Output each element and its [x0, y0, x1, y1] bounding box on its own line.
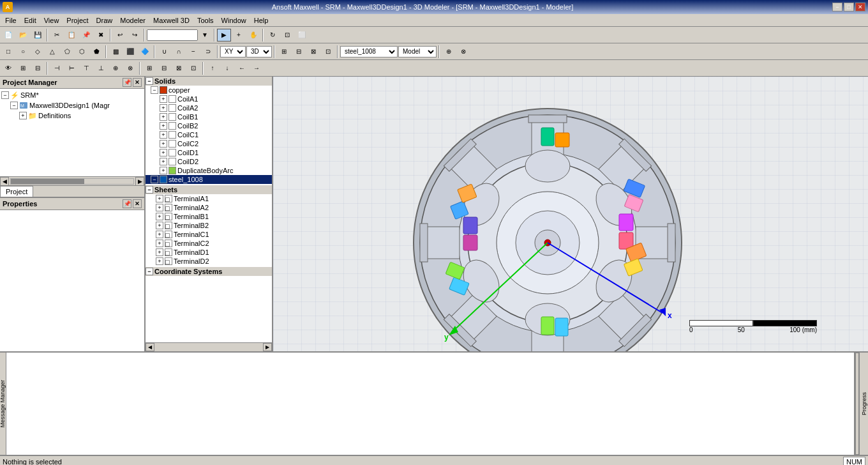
- props-close-button[interactable]: ✕: [133, 199, 142, 208]
- tree-coilB1[interactable]: + CoilB1: [146, 112, 272, 121]
- draw7[interactable]: ⬟: [89, 45, 103, 58]
- tree-scroll-right[interactable]: ▶: [263, 343, 272, 351]
- tree-expand-coilA1[interactable]: +: [160, 95, 167, 103]
- tree-expand-def[interactable]: +: [19, 112, 27, 119]
- tree-expand-steel[interactable]: −: [151, 176, 158, 183]
- pan-button[interactable]: ✋: [246, 29, 260, 42]
- menu-view[interactable]: View: [40, 15, 63, 26]
- align6[interactable]: ⊗: [123, 62, 137, 75]
- pm-pin-button[interactable]: 📌: [123, 78, 131, 87]
- tree-coordsys[interactable]: − Coordinate Systems: [146, 267, 272, 276]
- menu-project[interactable]: Project: [63, 15, 92, 26]
- paste-button[interactable]: 📌: [79, 29, 93, 42]
- copy-button[interactable]: 📋: [64, 29, 79, 42]
- tree-expand-srm[interactable]: −: [1, 91, 9, 99]
- cut-button[interactable]: ✂: [50, 29, 64, 42]
- tree-expand-coilC1[interactable]: +: [160, 131, 167, 139]
- tree-expand-coilD1[interactable]: +: [160, 149, 167, 156]
- plane-select[interactable]: XYYZXZ: [220, 46, 246, 57]
- tree-expand-termD2[interactable]: +: [156, 257, 163, 265]
- delete-button[interactable]: ✖: [94, 29, 108, 42]
- misc4[interactable]: ⊡: [186, 62, 200, 75]
- draw4[interactable]: △: [45, 45, 59, 58]
- view-tb2[interactable]: ⊞: [16, 62, 30, 75]
- align1[interactable]: ⊣: [50, 62, 64, 75]
- tree-coilB2[interactable]: + CoilB2: [146, 121, 272, 130]
- viewport[interactable]: x y 0 50 100 (mm): [273, 77, 868, 351]
- tree-expand-termB2[interactable]: +: [156, 222, 163, 229]
- menu-draw[interactable]: Draw: [93, 15, 117, 26]
- menu-help[interactable]: Help: [250, 15, 273, 26]
- tree-solids[interactable]: − Solids: [146, 77, 272, 86]
- view-tb1[interactable]: 👁: [1, 62, 15, 75]
- tree-expand-termC2[interactable]: +: [156, 240, 163, 247]
- fit-button[interactable]: ⊡: [280, 29, 294, 42]
- align5[interactable]: ⊕: [108, 62, 123, 75]
- solid1[interactable]: ▩: [108, 45, 123, 58]
- tree-termC2[interactable]: + □ TerminalC2: [146, 239, 272, 248]
- undo-button[interactable]: ↩: [113, 29, 127, 42]
- view-select[interactable]: 3DTop: [246, 46, 272, 57]
- tree-definitions[interactable]: + 📁 Definitions: [1, 111, 143, 121]
- tree-scroll-left[interactable]: ◀: [146, 343, 154, 351]
- tree-coilC2[interactable]: + CoilC2: [146, 139, 272, 148]
- menu-modeler[interactable]: Modeler: [116, 15, 149, 26]
- menu-edit[interactable]: Edit: [20, 15, 40, 26]
- pm-hscroll-right[interactable]: ▶: [135, 177, 144, 186]
- props-pin-button[interactable]: 📌: [123, 199, 131, 208]
- tree-sheets[interactable]: − Sheets: [146, 185, 272, 194]
- tree-duplicatebody[interactable]: + DuplicateBodyArc: [146, 166, 272, 175]
- draw6[interactable]: ⬡: [75, 45, 89, 58]
- draw3[interactable]: ◇: [31, 45, 45, 58]
- zoom-button[interactable]: +: [232, 29, 246, 42]
- tree-termB2[interactable]: + □ TerminalB2: [146, 221, 272, 230]
- tree-termC1[interactable]: + □ TerminalC1: [146, 230, 272, 239]
- view-tb3[interactable]: ⊟: [31, 62, 45, 75]
- select-button[interactable]: ▶: [217, 29, 231, 42]
- tree-termB1[interactable]: + □ TerminalB1: [146, 212, 272, 221]
- tree-coilA1[interactable]: + CoilA1: [146, 95, 272, 103]
- tree-coilD2[interactable]: + CoilD2: [146, 157, 272, 166]
- pm-close-button[interactable]: ✕: [133, 78, 142, 87]
- misc6[interactable]: ↓: [220, 62, 234, 75]
- rotate-button[interactable]: ↻: [266, 29, 280, 42]
- snap2[interactable]: ⊗: [456, 45, 470, 58]
- menu-maxwell3d[interactable]: Maxwell 3D: [149, 15, 193, 26]
- misc5[interactable]: ↑: [206, 62, 220, 75]
- open-button[interactable]: 📂: [16, 29, 30, 42]
- misc3[interactable]: ⊠: [172, 62, 186, 75]
- align2[interactable]: ⊢: [64, 62, 79, 75]
- material-select[interactable]: steel_1008steel_1008: [340, 46, 398, 57]
- tree-srm[interactable]: − ⚡ SRM*: [1, 90, 143, 100]
- grid3[interactable]: ⊠: [306, 45, 320, 58]
- tree-expand-termA1[interactable]: +: [156, 195, 163, 202]
- tree-expand-dup[interactable]: +: [160, 167, 167, 174]
- draw1[interactable]: □: [1, 45, 15, 58]
- misc1[interactable]: ⊞: [142, 62, 156, 75]
- command-dropdown[interactable]: ▼: [198, 29, 212, 42]
- op1[interactable]: ∪: [157, 45, 171, 58]
- tree-expand-coilB1[interactable]: +: [160, 113, 167, 121]
- tree-expand-coilA2[interactable]: +: [160, 104, 167, 112]
- op3[interactable]: −: [186, 45, 200, 58]
- tree-expand-termD1[interactable]: +: [156, 248, 163, 256]
- tree-expand-coilC2[interactable]: +: [160, 140, 167, 148]
- tree-expand-copper[interactable]: −: [151, 86, 158, 94]
- close-button[interactable]: ✕: [855, 3, 865, 11]
- menu-tools[interactable]: Tools: [193, 15, 218, 26]
- tree-coilD1[interactable]: + CoilD1: [146, 148, 272, 157]
- misc7[interactable]: ←: [235, 62, 249, 75]
- tree-termD2[interactable]: + □ TerminalD2: [146, 257, 272, 266]
- tree-copper[interactable]: − copper: [146, 86, 272, 95]
- misc2[interactable]: ⊟: [157, 62, 171, 75]
- minimize-button[interactable]: −: [832, 3, 842, 11]
- tree-termA1[interactable]: + □ TerminalA1: [146, 194, 272, 203]
- menu-file[interactable]: File: [1, 15, 20, 26]
- tree-expand-coordsys[interactable]: −: [146, 268, 153, 275]
- tree-termA2[interactable]: + □ TerminalA2: [146, 203, 272, 212]
- tree-expand-coilB2[interactable]: +: [160, 122, 167, 130]
- tree-design[interactable]: − M Maxwell3DDesign1 (Magr: [1, 100, 143, 111]
- grid2[interactable]: ⊟: [292, 45, 306, 58]
- tree-steel[interactable]: − steel_1008: [146, 175, 272, 184]
- model-select[interactable]: ModelModel: [398, 46, 437, 57]
